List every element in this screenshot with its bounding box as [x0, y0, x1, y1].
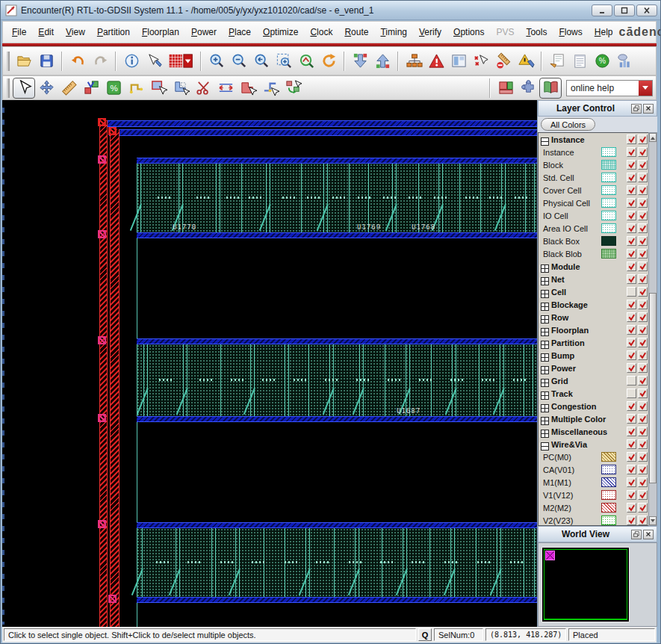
layer-selectable-checkbox[interactable] [638, 388, 648, 398]
expander-plus-icon[interactable] [541, 427, 549, 436]
float-panel-icon[interactable] [631, 530, 642, 539]
expander-plus-icon[interactable] [541, 313, 549, 321]
toolbar-grip[interactable] [7, 78, 10, 98]
design-import-icon[interactable] [349, 51, 371, 72]
layer-color-swatch[interactable] [601, 236, 616, 246]
scroll-up-icon[interactable] [649, 133, 657, 142]
layer-selectable-checkbox[interactable] [638, 134, 648, 144]
layer-color-swatch[interactable] [601, 223, 616, 233]
combo-dropdown-icon[interactable] [639, 81, 652, 96]
layer-color-swatch[interactable] [601, 490, 616, 500]
edit-shape-icon[interactable] [237, 78, 259, 99]
whats-this-help-icon[interactable] [539, 78, 562, 99]
scrollbar-thumb[interactable] [649, 293, 657, 483]
cut-wire-icon[interactable] [192, 78, 214, 99]
zoom-out-icon[interactable] [228, 51, 250, 72]
maximize-button[interactable] [614, 4, 635, 16]
layer-selectable-checkbox[interactable] [638, 198, 648, 208]
color-pattern-dropdown-icon[interactable] [165, 51, 196, 72]
layer-visible-checkbox[interactable] [627, 211, 636, 220]
expander-plus-icon[interactable] [541, 338, 549, 347]
layer-color-swatch[interactable] [601, 185, 616, 195]
layer-color-swatch[interactable] [601, 211, 616, 220]
layer-selectable-checkbox[interactable] [638, 490, 648, 500]
layer-selectable-checkbox[interactable] [638, 160, 648, 170]
save-design-icon[interactable] [35, 51, 58, 72]
layer-selectable-checkbox[interactable] [638, 414, 648, 424]
layer-visible-checkbox[interactable] [627, 287, 636, 297]
layer-selectable-checkbox[interactable] [638, 223, 648, 233]
layer-selectable-checkbox[interactable] [638, 477, 648, 487]
layer-color-swatch[interactable] [601, 173, 616, 182]
expander-plus-icon[interactable] [541, 275, 549, 283]
menu-view[interactable]: View [60, 25, 91, 40]
layer-color-swatch[interactable] [601, 465, 616, 474]
menu-options[interactable]: Options [447, 25, 490, 40]
zoom-fit-icon[interactable] [273, 51, 295, 72]
layer-selectable-checkbox[interactable] [638, 261, 648, 271]
expander-plus-icon[interactable] [541, 300, 549, 309]
menu-pvs[interactable]: PVS [490, 25, 520, 40]
window-layout-icon[interactable] [447, 51, 470, 72]
layer-visible-checkbox[interactable] [627, 515, 636, 525]
layer-control-header[interactable]: Layer Control [538, 100, 657, 117]
layer-selectable-checkbox[interactable] [638, 401, 648, 411]
design-export-icon[interactable] [371, 51, 394, 72]
statistics-icon[interactable] [613, 51, 636, 72]
expander-plus-icon[interactable] [541, 288, 549, 296]
layer-visible-checkbox[interactable] [627, 160, 636, 170]
expander-minus-icon[interactable] [541, 135, 549, 143]
menu-verify[interactable]: Verify [413, 25, 447, 40]
layer-visible-checkbox[interactable] [627, 147, 636, 157]
layer-visible-checkbox[interactable] [627, 477, 636, 487]
menu-floorplan[interactable]: Floorplan [136, 25, 185, 40]
close-button[interactable] [636, 4, 657, 16]
layer-visible-checkbox[interactable] [627, 249, 636, 258]
layer-selectable-checkbox[interactable] [638, 325, 648, 335]
select-tool-icon[interactable] [13, 78, 35, 99]
violation-browser-icon[interactable] [425, 51, 447, 72]
ruler-tool-icon[interactable] [58, 78, 80, 99]
layer-selectable-checkbox[interactable] [638, 338, 648, 347]
flightline-tool-icon[interactable] [80, 78, 102, 99]
redo-icon[interactable] [89, 51, 111, 72]
world-view-header[interactable]: World View [538, 526, 657, 542]
move-tool-icon[interactable] [35, 78, 58, 99]
layer-visible-checkbox[interactable] [627, 414, 636, 424]
hierarchy-browser-icon[interactable] [403, 51, 425, 72]
clear-ruler-icon[interactable] [492, 51, 515, 72]
menu-help[interactable]: Help [589, 25, 619, 40]
layer-color-swatch[interactable] [601, 452, 616, 462]
layer-selectable-checkbox[interactable] [638, 274, 648, 284]
layer-color-swatch[interactable] [601, 503, 616, 513]
stretch-wire-icon[interactable] [214, 78, 237, 99]
layer-visible-checkbox[interactable] [627, 427, 636, 436]
menu-place[interactable]: Place [223, 25, 257, 40]
menu-edit[interactable]: Edit [32, 25, 60, 40]
layer-color-swatch[interactable] [601, 147, 616, 157]
layer-selectable-checkbox[interactable] [638, 465, 648, 474]
layer-selectable-checkbox[interactable] [638, 147, 648, 157]
layer-selectable-checkbox[interactable] [638, 173, 648, 182]
layer-visible-checkbox[interactable] [627, 490, 636, 500]
layer-selectable-checkbox[interactable] [638, 312, 648, 322]
select-box-icon[interactable] [147, 78, 170, 99]
layer-visible-checkbox[interactable] [627, 312, 636, 322]
layer-selectable-checkbox[interactable] [638, 249, 648, 258]
toolbar-grip[interactable] [7, 52, 10, 71]
layer-visible-checkbox[interactable] [627, 376, 636, 386]
layer-color-swatch[interactable] [601, 515, 616, 525]
expander-plus-icon[interactable] [541, 389, 549, 397]
close-panel-icon[interactable] [643, 104, 654, 114]
layer-selectable-checkbox[interactable] [638, 363, 648, 373]
title-bar[interactable]: Encounter(R) RTL-to-GDSII System 11.1 - … [1, 1, 661, 20]
layer-visible-checkbox[interactable] [627, 350, 636, 360]
layer-list-scrollbar[interactable] [648, 132, 657, 526]
layer-selectable-checkbox[interactable] [638, 211, 648, 220]
layer-visible-checkbox[interactable] [627, 223, 636, 233]
world-view-body[interactable] [538, 542, 657, 627]
menu-optimize[interactable]: Optimize [257, 25, 304, 40]
move-box-icon[interactable] [170, 78, 192, 99]
layer-selectable-checkbox[interactable] [638, 503, 648, 513]
menu-route[interactable]: Route [338, 25, 374, 40]
